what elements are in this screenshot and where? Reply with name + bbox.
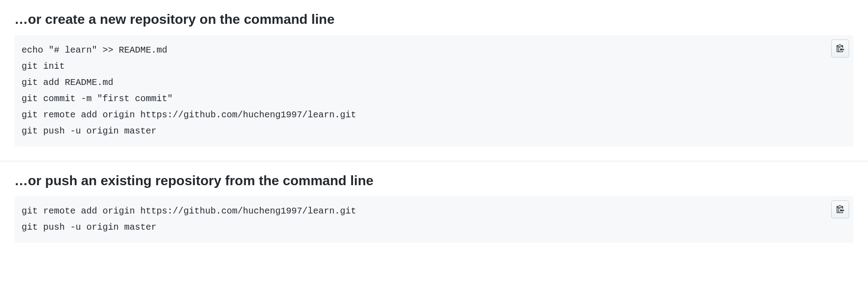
clipboard-icon — [836, 44, 845, 53]
heading-push-existing-repo: …or push an existing repository from the… — [14, 172, 854, 189]
section-push-existing-repo: …or push an existing repository from the… — [0, 161, 868, 258]
copy-button-create[interactable] — [831, 40, 849, 58]
clipboard-icon — [836, 205, 845, 214]
heading-create-new-repo: …or create a new repository on the comma… — [14, 11, 854, 28]
section-create-new-repo: …or create a new repository on the comma… — [0, 0, 868, 161]
codeblock-push[interactable]: git remote add origin https://github.com… — [14, 196, 854, 243]
copy-button-push[interactable] — [831, 200, 849, 218]
codeblock-create[interactable]: echo "# learn" >> README.md git init git… — [14, 35, 854, 147]
codeblock-wrap-push: git remote add origin https://github.com… — [14, 196, 854, 243]
codeblock-wrap-create: echo "# learn" >> README.md git init git… — [14, 35, 854, 147]
